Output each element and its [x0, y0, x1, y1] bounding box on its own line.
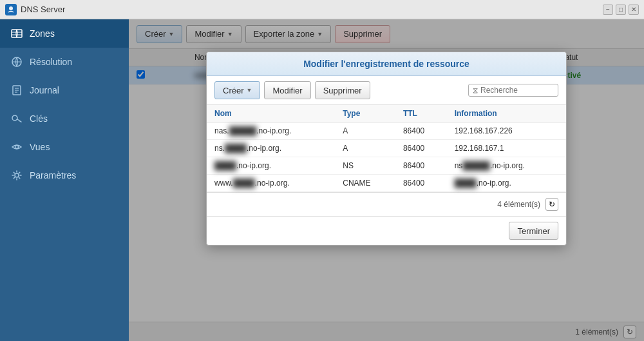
modal-footer: 4 élément(s) ↻ — [207, 192, 566, 216]
titlebar-controls: − □ ✕ — [603, 5, 639, 15]
book-icon — [10, 84, 23, 97]
sidebar-item-journal[interactable]: Journal — [0, 76, 129, 104]
sidebar: Zones Résolution Journal — [0, 19, 129, 341]
svg-point-7 — [12, 115, 17, 121]
modal-toolbar: Créer ▼ Modifier Supprimer ⧖ — [207, 76, 566, 105]
search-input[interactable] — [480, 86, 554, 95]
close-button[interactable]: ✕ — [629, 5, 639, 15]
modal-table-container: Nom Type TTL Information nas.█████.no-ip… — [207, 105, 566, 192]
modal-table-row[interactable]: www.████.no-ip.org. CNAME 86400 ████.no-… — [207, 175, 566, 192]
filter-icon: ⧖ — [473, 86, 478, 95]
sidebar-item-resolution[interactable]: Résolution — [0, 48, 129, 76]
modal-table-row[interactable]: ns.████.no-ip.org. A 86400 192.168.167.1 — [207, 140, 566, 157]
content-area: Créer ▼ Modifier ▼ Exporter la zone ▼ Su… — [129, 19, 644, 341]
modal-creer-arrow: ▼ — [247, 87, 252, 93]
terminer-button[interactable]: Terminer — [509, 222, 558, 240]
search-container: ⧖ — [468, 84, 558, 97]
minimize-button[interactable]: − — [603, 5, 613, 15]
key-icon — [10, 112, 23, 125]
network-icon — [10, 55, 23, 68]
modal-col-ttl: TTL — [395, 105, 447, 122]
eye-icon — [10, 141, 23, 153]
modal-count: 4 élément(s) — [497, 200, 540, 209]
sidebar-item-resolution-label: Résolution — [30, 57, 72, 67]
sidebar-item-parametres-label: Paramètres — [30, 170, 76, 180]
modal-modifier-button[interactable]: Modifier — [264, 81, 310, 99]
modal-table: Nom Type TTL Information nas.█████.no-ip… — [207, 105, 566, 192]
modal-title: Modifier l'enregistrement de ressource — [303, 59, 469, 69]
sidebar-item-journal-label: Journal — [30, 85, 59, 95]
svg-point-8 — [15, 146, 19, 149]
svg-point-0 — [9, 6, 13, 10]
modal-dialog: Modifier l'enregistrement de ressource C… — [206, 52, 567, 246]
sidebar-item-vues-label: Vues — [30, 142, 50, 152]
modal-table-row[interactable]: ████.no-ip.org. NS 86400 ns█████.no-ip.o… — [207, 157, 566, 175]
modal-creer-button[interactable]: Créer ▼ — [214, 81, 260, 99]
sidebar-item-cles-label: Clés — [30, 113, 48, 124]
globe-icon — [10, 27, 23, 40]
modal-col-nom: Nom — [207, 105, 335, 122]
modal-table-row[interactable]: nas.█████.no-ip.org. A 86400 192.168.167… — [207, 122, 566, 140]
modal-supprimer-button[interactable]: Supprimer — [315, 81, 370, 99]
titlebar-left: DNS Server — [5, 4, 65, 15]
sidebar-item-parametres[interactable]: Paramètres — [0, 161, 129, 190]
modal-refresh-button[interactable]: ↻ — [545, 198, 558, 211]
titlebar: DNS Server − □ ✕ — [0, 0, 644, 19]
titlebar-title: DNS Server — [21, 5, 65, 14]
modal-header: Modifier l'enregistrement de ressource — [207, 52, 566, 76]
maximize-button[interactable]: □ — [616, 5, 626, 15]
sidebar-item-zones[interactable]: Zones — [0, 19, 129, 48]
app-icon — [5, 4, 17, 15]
sidebar-item-cles[interactable]: Clés — [0, 104, 129, 133]
modal-col-type: Type — [335, 105, 395, 122]
modal-col-info: Information — [447, 105, 566, 122]
sidebar-item-zones-label: Zones — [30, 28, 55, 39]
svg-point-9 — [15, 173, 19, 177]
sidebar-item-vues[interactable]: Vues — [0, 133, 129, 161]
modal-overlay: Modifier l'enregistrement de ressource C… — [129, 19, 644, 341]
modal-bottom: Terminer — [207, 216, 566, 245]
gear-icon — [10, 169, 23, 182]
